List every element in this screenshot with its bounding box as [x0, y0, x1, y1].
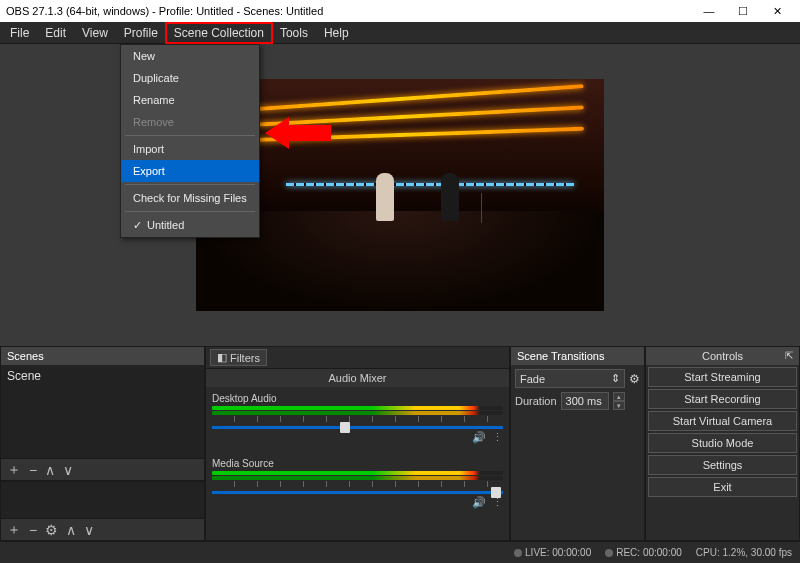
menu-separator [125, 211, 255, 212]
audio-mixer-panel: ◧ Filters Audio Mixer Desktop Audio 🔊 ⋮ … [205, 346, 510, 541]
sources-panel: ＋ − ⚙ ∧ ∨ [0, 481, 205, 541]
transitions-header: Scene Transitions [511, 347, 644, 365]
vu-meter [212, 411, 503, 415]
source-properties-button[interactable]: ⚙ [45, 522, 58, 538]
add-source-button[interactable]: ＋ [7, 521, 21, 539]
menubar: File Edit View Profile Scene Collection … [0, 22, 800, 44]
meter-ticks [212, 416, 503, 422]
exit-button[interactable]: Exit [648, 477, 797, 497]
scene-transitions-panel: Scene Transitions Fade ⇕ ⚙ Duration 300 … [510, 346, 645, 541]
filters-button[interactable]: ◧ Filters [210, 349, 267, 366]
transition-select[interactable]: Fade ⇕ [515, 369, 625, 388]
controls-header: Controls ⇱ [646, 347, 799, 365]
window-titlebar: OBS 27.1.3 (64-bit, windows) - Profile: … [0, 0, 800, 22]
menu-profile[interactable]: Profile [116, 23, 166, 43]
vu-meter [212, 471, 503, 475]
live-dot-icon [514, 549, 522, 557]
vu-meter [212, 476, 503, 480]
maximize-button[interactable]: ☐ [726, 1, 760, 21]
volume-slider[interactable] [212, 491, 503, 494]
transition-settings-button[interactable]: ⚙ [629, 372, 640, 386]
window-title: OBS 27.1.3 (64-bit, windows) - Profile: … [6, 5, 692, 17]
menu-item-import[interactable]: Import [121, 138, 259, 160]
menu-tools[interactable]: Tools [272, 23, 316, 43]
move-scene-down-button[interactable]: ∨ [63, 462, 73, 478]
scenes-panel: Scenes Scene ＋ − ∧ ∨ [0, 346, 205, 481]
svg-marker-0 [265, 117, 331, 149]
mixer-channel-desktop-audio: Desktop Audio 🔊 ⋮ [212, 393, 503, 444]
start-virtual-camera-button[interactable]: Start Virtual Camera [648, 411, 797, 431]
rec-dot-icon [605, 549, 613, 557]
duration-label: Duration [515, 395, 557, 407]
vu-meter [212, 406, 503, 410]
mute-icon[interactable]: 🔊 [472, 431, 486, 444]
mixer-title: Audio Mixer [206, 369, 509, 387]
duration-step-down[interactable]: ▾ [613, 401, 625, 410]
mixer-channel-media-source: Media Source 🔊 ⋮ [212, 458, 503, 509]
status-live: LIVE: 00:00:00 [514, 547, 591, 558]
duration-step-up[interactable]: ▴ [613, 392, 625, 401]
studio-mode-button[interactable]: Studio Mode [648, 433, 797, 453]
menu-item-check-missing[interactable]: Check for Missing Files [121, 187, 259, 209]
scenes-toolbar: ＋ − ∧ ∨ [1, 458, 204, 480]
statusbar: LIVE: 00:00:00 REC: 00:00:00 CPU: 1.2%, … [0, 541, 800, 563]
undock-icon[interactable]: ⇱ [785, 350, 793, 361]
duration-input[interactable]: 300 ms [561, 392, 609, 410]
status-cpu: CPU: 1.2%, 30.00 fps [696, 547, 792, 558]
menu-item-duplicate[interactable]: Duplicate [121, 67, 259, 89]
channel-label: Desktop Audio [212, 393, 503, 404]
menu-scene-collection[interactable]: Scene Collection [166, 23, 272, 43]
volume-slider[interactable] [212, 426, 503, 429]
menu-file[interactable]: File [2, 23, 37, 43]
start-streaming-button[interactable]: Start Streaming [648, 367, 797, 387]
add-scene-button[interactable]: ＋ [7, 461, 21, 479]
remove-source-button[interactable]: − [29, 522, 37, 538]
settings-button[interactable]: Settings [648, 455, 797, 475]
close-button[interactable]: ✕ [760, 1, 794, 21]
menu-item-new[interactable]: New [121, 45, 259, 67]
annotation-arrow [265, 115, 331, 151]
channel-options-icon[interactable]: ⋮ [492, 431, 503, 444]
chevron-updown-icon: ⇕ [611, 372, 620, 385]
menu-item-collection-untitled[interactable]: ✓Untitled [121, 214, 259, 237]
scenes-header: Scenes [1, 347, 204, 365]
scene-item[interactable]: Scene [1, 365, 204, 387]
check-icon: ✓ [133, 219, 147, 232]
sources-list[interactable] [1, 482, 204, 518]
menu-item-export[interactable]: Export [121, 160, 259, 182]
scene-collection-dropdown: New Duplicate Rename Remove Import Expor… [120, 44, 260, 238]
menu-item-rename[interactable]: Rename [121, 89, 259, 111]
start-recording-button[interactable]: Start Recording [648, 389, 797, 409]
menu-item-remove: Remove [121, 111, 259, 133]
meter-ticks [212, 481, 503, 487]
channel-label: Media Source [212, 458, 503, 469]
menu-edit[interactable]: Edit [37, 23, 74, 43]
menu-help[interactable]: Help [316, 23, 357, 43]
mute-icon[interactable]: 🔊 [472, 496, 486, 509]
filters-icon: ◧ [217, 351, 227, 364]
move-scene-up-button[interactable]: ∧ [45, 462, 55, 478]
menu-view[interactable]: View [74, 23, 116, 43]
controls-panel: Controls ⇱ Start Streaming Start Recordi… [645, 346, 800, 541]
sources-toolbar: ＋ − ⚙ ∧ ∨ [1, 518, 204, 540]
move-source-down-button[interactable]: ∨ [84, 522, 94, 538]
menu-separator [125, 135, 255, 136]
menu-separator [125, 184, 255, 185]
remove-scene-button[interactable]: − [29, 462, 37, 478]
scenes-list[interactable]: Scene [1, 365, 204, 458]
minimize-button[interactable]: — [692, 1, 726, 21]
move-source-up-button[interactable]: ∧ [66, 522, 76, 538]
status-rec: REC: 00:00:00 [605, 547, 682, 558]
